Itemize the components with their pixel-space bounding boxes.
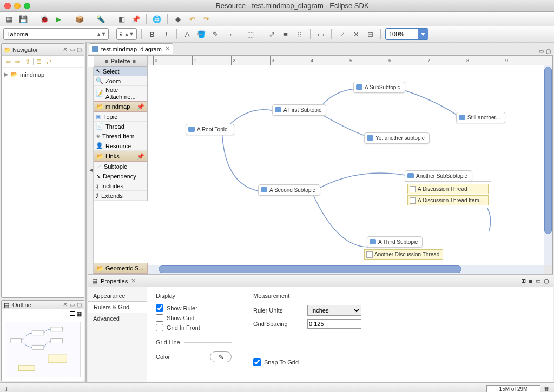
palette-zoom-tool[interactable]: 🔍Zoom — [94, 76, 147, 86]
node-first-subtopic[interactable]: A First Subtopic — [272, 104, 326, 116]
node-yet-another[interactable]: Yet another subtopic — [364, 132, 430, 144]
palette-group-mindmap[interactable]: 📂 mindmap📌 — [94, 101, 147, 112]
horizontal-scrollbar[interactable] — [148, 265, 544, 274]
node-another-subsub[interactable]: Another SubSubtopic — [405, 170, 472, 182]
toggle-button[interactable]: ◧ — [116, 14, 128, 24]
grid-spacing-input[interactable] — [307, 319, 361, 329]
note-discussion-item[interactable]: A Discussion Thread Item... — [407, 195, 489, 205]
grid-in-front-checkbox[interactable] — [156, 324, 163, 331]
status-left-icon[interactable]: ▯ — [4, 385, 8, 392]
marker-button[interactable]: ◆ — [172, 14, 184, 24]
palette-group-links[interactable]: 📂 Links📌 — [94, 151, 147, 162]
autosize-button[interactable]: ⤢ — [266, 29, 278, 39]
select-tool-button[interactable]: ⬚ — [245, 29, 256, 39]
pin-button[interactable]: 📌 — [130, 14, 142, 24]
debug-button[interactable]: 🐞 — [38, 14, 50, 24]
group-button[interactable]: ▭ — [315, 29, 327, 39]
palette-thread-item[interactable]: ◈Thread Item — [94, 131, 147, 141]
zoom-select[interactable]: 100% — [385, 28, 428, 40]
run-button[interactable]: ▶ — [52, 14, 64, 24]
show-grid-checkbox[interactable] — [156, 314, 163, 322]
navigator-close-icon[interactable]: ✕ — [63, 46, 68, 53]
italic-button[interactable]: I — [160, 29, 172, 39]
minimize-window-button[interactable] — [14, 3, 21, 9]
properties-close-icon[interactable]: ✕ — [131, 277, 136, 284]
font-size-select[interactable]: 9 ▲▼ — [116, 28, 137, 40]
editor-min-icon[interactable]: ▭ — [539, 48, 544, 54]
outline-thumbnail[interactable] — [5, 322, 81, 377]
vertical-scrollbar[interactable] — [544, 65, 552, 265]
outline-close-icon[interactable]: ✕ — [63, 301, 68, 308]
palette-select-tool[interactable]: ↖Select — [94, 67, 147, 76]
node3-button[interactable]: ⊟ — [364, 29, 376, 39]
outline-max-icon[interactable]: ▢ — [77, 302, 82, 308]
new-button[interactable]: ▦ — [3, 14, 15, 24]
gc-button[interactable]: 🗑 — [544, 386, 550, 392]
node-subsubtopic[interactable]: A SubSubtopic — [353, 82, 405, 93]
link-editor-icon[interactable]: ⇄ — [44, 57, 53, 66]
show-ruler-checkbox[interactable] — [156, 304, 163, 312]
properties-min-icon[interactable]: ▭ — [536, 278, 540, 284]
palette-topic[interactable]: ▣Topic — [94, 112, 147, 122]
properties-btn2[interactable]: ≡ — [529, 278, 532, 284]
snap-to-grid-checkbox[interactable] — [253, 358, 261, 366]
ruler-units-select[interactable]: Inches — [307, 305, 361, 316]
outline-min-icon[interactable]: ▭ — [70, 302, 75, 308]
properties-max-icon[interactable]: ▢ — [544, 278, 549, 284]
minimize-icon[interactable]: ▭ — [70, 46, 75, 52]
back-arrow-button[interactable]: ↶ — [186, 14, 198, 24]
globe-button[interactable]: 🌐 — [151, 14, 163, 24]
fill-color-button[interactable]: 🪣 — [195, 29, 207, 39]
node-third-subtopic[interactable]: A Third Subtopic — [367, 236, 423, 248]
svg-rect-6 — [19, 366, 35, 371]
fwd-arrow-button[interactable]: ↷ — [200, 14, 212, 24]
node-root-topic[interactable]: A Root Topic — [186, 124, 234, 135]
editor-max-icon[interactable]: ▢ — [546, 48, 551, 54]
outline-overview-mode-icon[interactable]: ▦ — [76, 310, 82, 317]
palette-collapse-button[interactable]: ◀ — [88, 67, 94, 274]
up-icon[interactable]: ⇧ — [23, 57, 32, 66]
tab-close-icon[interactable]: ✕ — [165, 45, 170, 52]
align-button[interactable]: ≡ — [280, 29, 292, 39]
outline-tree-mode-icon[interactable]: ☰ — [70, 310, 75, 317]
search-button[interactable]: 🔦 — [95, 14, 107, 24]
save-button[interactable]: 💾 — [17, 14, 29, 24]
tab-appearance[interactable]: Appearance — [88, 290, 147, 301]
collapse-all-icon[interactable]: ⊟ — [35, 57, 43, 66]
close-window-button[interactable] — [4, 3, 11, 9]
tab-rulers-grid[interactable]: Rulers & Grid — [88, 301, 147, 313]
properties-view: ▤ Properties ✕ ⊞ ≡ ▭ ▢ Appearance Rulers… — [88, 274, 553, 382]
tree-node-mindmap[interactable]: ▶ 📂 mindmap — [4, 70, 82, 79]
back-icon[interactable]: ⇦ — [4, 57, 12, 66]
palette-includes[interactable]: ⤵Includes — [94, 181, 147, 191]
forward-icon[interactable]: ⇨ — [14, 57, 22, 66]
navigator-tree[interactable]: ▶ 📂 mindmap — [2, 68, 84, 81]
palette-subtopic[interactable]: ⟋Subtopic — [94, 162, 147, 171]
arrow-style-button[interactable]: → — [223, 29, 235, 39]
diagram-canvas[interactable]: A Root Topic A First Subtopic A SubSubto… — [148, 65, 544, 265]
tab-advanced[interactable]: Advanced — [88, 313, 147, 324]
font-family-select[interactable]: Tahoma ▲▼ — [3, 28, 109, 40]
palette-note-tool[interactable]: 📝Note Attachme... — [94, 86, 147, 101]
bold-button[interactable]: B — [146, 29, 158, 39]
properties-btn1[interactable]: ⊞ — [521, 277, 526, 284]
node-second-subtopic[interactable]: A Second Subtopic — [258, 184, 320, 196]
palette-resource[interactable]: 👤Resource — [94, 141, 147, 151]
editor-tab[interactable]: test.mindmap_diagram ✕ — [89, 43, 173, 54]
node-still-another[interactable]: Still another... — [456, 112, 505, 123]
distribute-button[interactable]: ⁝⁝ — [294, 29, 306, 39]
node2-button[interactable]: ✕ — [350, 29, 362, 39]
line-color-button[interactable]: ✎ — [209, 29, 221, 39]
note-another-discussion[interactable]: Another Discussion Thread — [364, 249, 443, 260]
heap-text: 15M of 29M — [499, 386, 528, 392]
new-package-button[interactable]: 📦 — [74, 14, 85, 24]
maximize-icon[interactable]: ▢ — [77, 46, 82, 52]
palette-dependency[interactable]: ↘Dependency — [94, 171, 147, 181]
font-color-button[interactable]: A — [181, 29, 193, 39]
zoom-window-button[interactable] — [24, 3, 30, 9]
node1-button[interactable]: ⟋ — [336, 29, 348, 39]
note-discussion-thread[interactable]: A Discussion Thread — [407, 184, 489, 194]
palette-thread[interactable]: 📄Thread — [94, 122, 147, 131]
palette-extends[interactable]: ⤴Extends — [94, 191, 147, 201]
color-picker-button[interactable]: ✎ — [210, 351, 232, 362]
